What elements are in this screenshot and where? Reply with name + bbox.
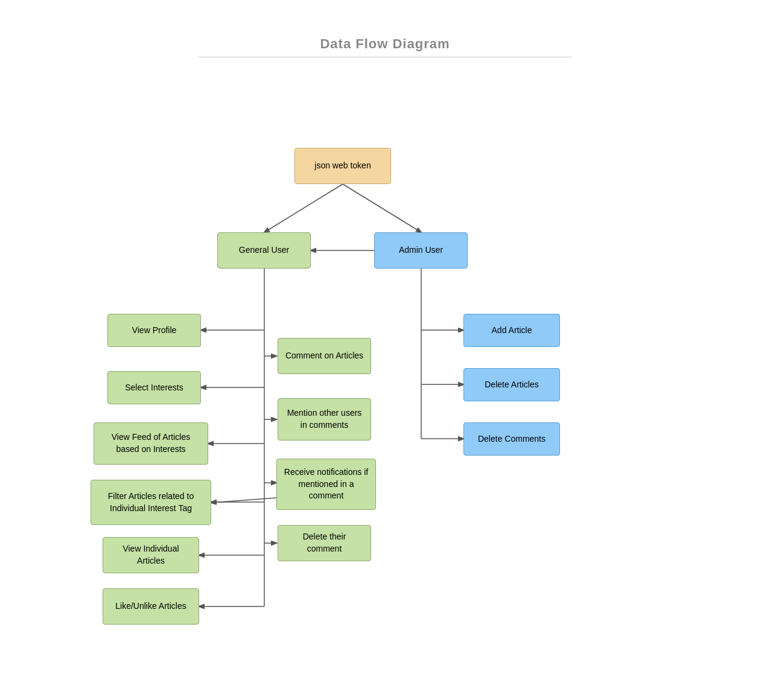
node-view-profile: View Profile (107, 314, 201, 347)
node-view-individual: View Individual Articles (103, 537, 199, 573)
svg-line-0 (264, 184, 343, 232)
node-delete-comment: Delete their comment (278, 525, 371, 561)
node-delete-articles: Delete Articles (463, 368, 560, 401)
node-select-interests: Select Interests (107, 371, 201, 404)
node-add-article: Add Article (463, 314, 560, 347)
node-view-feed: View Feed of Articles based on Interests (94, 422, 208, 465)
node-admin-user: Admin User (374, 232, 468, 269)
title-divider (198, 57, 572, 57)
node-delete-comments: Delete Comments (463, 422, 560, 456)
svg-line-1 (343, 184, 421, 232)
node-general-user: General User (217, 232, 311, 269)
node-comment-articles: Comment on Articles (278, 338, 371, 374)
page-title: Data Flow Diagram (0, 0, 770, 52)
node-filter-articles: Filter Articles related to Individual In… (91, 480, 211, 525)
svg-line-18 (211, 498, 276, 503)
node-receive-notif: Receive notifications if mentioned in a … (276, 459, 376, 510)
diagram-area: json web token General User Admin User V… (0, 63, 770, 700)
node-like-unlike: Like/Unlike Articles (103, 588, 199, 625)
node-jwt: json web token (294, 148, 391, 184)
node-mention-users: Mention other users in comments (278, 398, 371, 441)
